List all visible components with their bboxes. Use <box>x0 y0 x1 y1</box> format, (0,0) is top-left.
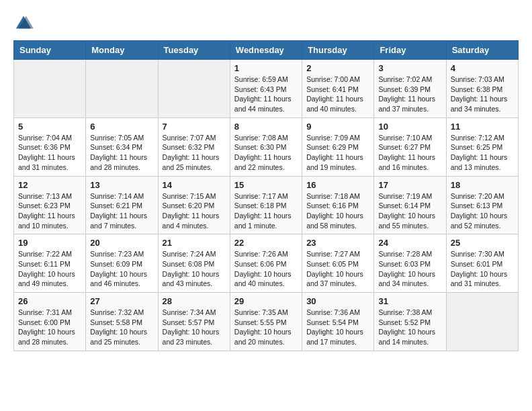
day-number: 12 <box>18 180 81 190</box>
day-info: Sunrise: 7:17 AM Sunset: 6:18 PM Dayligh… <box>234 192 292 230</box>
calendar-cell: 26Sunrise: 7:31 AM Sunset: 6:00 PM Dayli… <box>14 293 86 351</box>
day-info: Sunrise: 7:20 AM Sunset: 6:13 PM Dayligh… <box>451 192 508 230</box>
calendar-cell: 13Sunrise: 7:14 AM Sunset: 6:21 PM Dayli… <box>86 176 158 234</box>
calendar-cell: 16Sunrise: 7:18 AM Sunset: 6:16 PM Dayli… <box>302 176 374 234</box>
day-number: 11 <box>451 122 514 132</box>
day-info: Sunrise: 7:26 AM Sunset: 6:06 PM Dayligh… <box>234 250 292 287</box>
day-number: 25 <box>451 238 514 248</box>
day-number: 9 <box>306 122 369 132</box>
day-info: Sunrise: 7:02 AM Sunset: 6:39 PM Dayligh… <box>378 75 435 113</box>
col-header-wednesday: Wednesday <box>230 41 302 60</box>
day-info: Sunrise: 7:23 AM Sunset: 6:09 PM Dayligh… <box>90 250 147 287</box>
day-info: Sunrise: 7:36 AM Sunset: 5:54 PM Dayligh… <box>306 308 363 346</box>
col-header-sunday: Sunday <box>14 41 86 60</box>
calendar-cell: 4Sunrise: 7:03 AM Sunset: 6:38 PM Daylig… <box>446 60 518 118</box>
day-info: Sunrise: 7:28 AM Sunset: 6:03 PM Dayligh… <box>378 250 435 287</box>
calendar-cell: 14Sunrise: 7:15 AM Sunset: 6:20 PM Dayli… <box>158 176 230 234</box>
calendar-cell: 15Sunrise: 7:17 AM Sunset: 6:18 PM Dayli… <box>230 176 302 234</box>
col-header-saturday: Saturday <box>446 41 518 60</box>
day-info: Sunrise: 7:31 AM Sunset: 6:00 PM Dayligh… <box>18 308 75 346</box>
day-number: 26 <box>18 296 81 306</box>
calendar-cell: 1Sunrise: 6:59 AM Sunset: 6:43 PM Daylig… <box>230 60 302 118</box>
day-number: 2 <box>306 63 369 73</box>
calendar-table: SundayMondayTuesdayWednesdayThursdayFrid… <box>13 40 519 351</box>
day-info: Sunrise: 7:15 AM Sunset: 6:20 PM Dayligh… <box>163 192 220 230</box>
calendar-header-row: SundayMondayTuesdayWednesdayThursdayFrid… <box>14 41 519 60</box>
day-number: 7 <box>163 122 226 132</box>
day-number: 8 <box>234 122 298 132</box>
calendar-cell: 6Sunrise: 7:05 AM Sunset: 6:34 PM Daylig… <box>86 118 158 176</box>
calendar-cell: 29Sunrise: 7:35 AM Sunset: 5:55 PM Dayli… <box>230 293 302 351</box>
day-info: Sunrise: 7:30 AM Sunset: 6:01 PM Dayligh… <box>451 250 508 287</box>
col-header-monday: Monday <box>86 41 158 60</box>
calendar-cell: 8Sunrise: 7:08 AM Sunset: 6:30 PM Daylig… <box>230 118 302 176</box>
day-info: Sunrise: 7:07 AM Sunset: 6:32 PM Dayligh… <box>163 134 220 171</box>
day-number: 18 <box>451 180 514 190</box>
day-number: 30 <box>306 296 369 306</box>
day-number: 27 <box>90 296 153 306</box>
col-header-thursday: Thursday <box>302 41 374 60</box>
day-number: 21 <box>163 238 226 248</box>
day-number: 19 <box>18 238 81 248</box>
calendar-cell: 30Sunrise: 7:36 AM Sunset: 5:54 PM Dayli… <box>302 293 374 351</box>
calendar-cell: 19Sunrise: 7:22 AM Sunset: 6:11 PM Dayli… <box>14 234 86 293</box>
calendar-cell: 25Sunrise: 7:30 AM Sunset: 6:01 PM Dayli… <box>446 234 518 293</box>
day-number: 4 <box>451 63 514 73</box>
calendar-cell: 22Sunrise: 7:26 AM Sunset: 6:06 PM Dayli… <box>230 234 302 293</box>
day-info: Sunrise: 6:59 AM Sunset: 6:43 PM Dayligh… <box>234 75 292 113</box>
col-header-friday: Friday <box>374 41 446 60</box>
calendar-week-3: 19Sunrise: 7:22 AM Sunset: 6:11 PM Dayli… <box>14 234 519 293</box>
col-header-tuesday: Tuesday <box>158 41 230 60</box>
calendar-cell: 24Sunrise: 7:28 AM Sunset: 6:03 PM Dayli… <box>374 234 446 293</box>
calendar-cell: 31Sunrise: 7:38 AM Sunset: 5:52 PM Dayli… <box>374 293 446 351</box>
calendar-cell: 9Sunrise: 7:09 AM Sunset: 6:29 PM Daylig… <box>302 118 374 176</box>
day-info: Sunrise: 7:24 AM Sunset: 6:08 PM Dayligh… <box>163 250 220 287</box>
calendar-cell: 5Sunrise: 7:04 AM Sunset: 6:36 PM Daylig… <box>14 118 86 176</box>
day-info: Sunrise: 7:19 AM Sunset: 6:14 PM Dayligh… <box>378 192 435 230</box>
day-info: Sunrise: 7:03 AM Sunset: 6:38 PM Dayligh… <box>451 75 508 113</box>
day-info: Sunrise: 7:32 AM Sunset: 5:58 PM Dayligh… <box>90 308 147 346</box>
logo-icon <box>13 13 34 34</box>
calendar-week-4: 26Sunrise: 7:31 AM Sunset: 6:00 PM Dayli… <box>14 293 519 351</box>
day-number: 29 <box>234 296 298 306</box>
day-info: Sunrise: 7:18 AM Sunset: 6:16 PM Dayligh… <box>306 192 363 230</box>
day-info: Sunrise: 7:14 AM Sunset: 6:21 PM Dayligh… <box>90 192 147 230</box>
day-number: 14 <box>163 180 226 190</box>
calendar-cell: 12Sunrise: 7:13 AM Sunset: 6:23 PM Dayli… <box>14 176 86 234</box>
day-number: 15 <box>234 180 298 190</box>
day-number: 22 <box>234 238 298 248</box>
day-info: Sunrise: 7:34 AM Sunset: 5:57 PM Dayligh… <box>163 308 220 346</box>
day-info: Sunrise: 7:22 AM Sunset: 6:11 PM Dayligh… <box>18 250 75 287</box>
day-number: 13 <box>90 180 153 190</box>
day-number: 6 <box>90 122 153 132</box>
calendar-cell <box>86 60 158 118</box>
calendar-cell: 7Sunrise: 7:07 AM Sunset: 6:32 PM Daylig… <box>158 118 230 176</box>
day-number: 23 <box>306 238 369 248</box>
day-info: Sunrise: 7:10 AM Sunset: 6:27 PM Dayligh… <box>378 134 435 171</box>
day-info: Sunrise: 7:04 AM Sunset: 6:36 PM Dayligh… <box>18 134 75 171</box>
calendar-cell: 27Sunrise: 7:32 AM Sunset: 5:58 PM Dayli… <box>86 293 158 351</box>
page-header <box>13 13 519 34</box>
day-number: 16 <box>306 180 369 190</box>
calendar-cell <box>446 293 518 351</box>
day-number: 17 <box>378 180 441 190</box>
day-info: Sunrise: 7:35 AM Sunset: 5:55 PM Dayligh… <box>234 308 292 346</box>
day-info: Sunrise: 7:27 AM Sunset: 6:05 PM Dayligh… <box>306 250 363 287</box>
logo <box>13 13 36 34</box>
calendar-cell: 18Sunrise: 7:20 AM Sunset: 6:13 PM Dayli… <box>446 176 518 234</box>
calendar-cell <box>14 60 86 118</box>
calendar-cell: 17Sunrise: 7:19 AM Sunset: 6:14 PM Dayli… <box>374 176 446 234</box>
day-number: 24 <box>378 238 441 248</box>
calendar-week-1: 5Sunrise: 7:04 AM Sunset: 6:36 PM Daylig… <box>14 118 519 176</box>
day-info: Sunrise: 7:00 AM Sunset: 6:41 PM Dayligh… <box>306 75 363 113</box>
calendar-cell: 21Sunrise: 7:24 AM Sunset: 6:08 PM Dayli… <box>158 234 230 293</box>
day-number: 10 <box>378 122 441 132</box>
day-info: Sunrise: 7:08 AM Sunset: 6:30 PM Dayligh… <box>234 134 292 171</box>
day-number: 20 <box>90 238 153 248</box>
day-info: Sunrise: 7:05 AM Sunset: 6:34 PM Dayligh… <box>90 134 147 171</box>
calendar-cell: 2Sunrise: 7:00 AM Sunset: 6:41 PM Daylig… <box>302 60 374 118</box>
calendar-cell: 23Sunrise: 7:27 AM Sunset: 6:05 PM Dayli… <box>302 234 374 293</box>
day-number: 31 <box>378 296 441 306</box>
calendar-week-2: 12Sunrise: 7:13 AM Sunset: 6:23 PM Dayli… <box>14 176 519 234</box>
calendar-cell: 3Sunrise: 7:02 AM Sunset: 6:39 PM Daylig… <box>374 60 446 118</box>
